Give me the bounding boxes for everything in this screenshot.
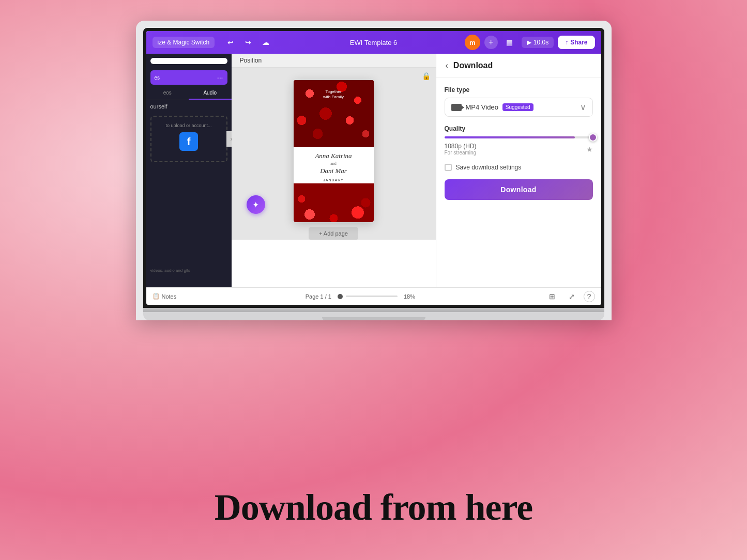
download-panel: ‹ Download File type MP4 Video Suggested	[436, 54, 601, 305]
invite-tagline: Togetherwith Family	[323, 89, 344, 100]
file-type-left: MP4 Video Suggested	[451, 103, 533, 111]
invite-month: JANUARY	[323, 178, 344, 182]
tab-audio[interactable]: Audio	[189, 87, 232, 100]
undo-button[interactable]: ↩	[223, 35, 238, 50]
slider-track	[346, 295, 398, 297]
laptop-base	[143, 312, 604, 320]
video-icon	[451, 104, 462, 111]
status-right: ⊞ ⤢ ?	[544, 289, 595, 304]
canvas-wrapper: 🔒 Togetherwith Family	[294, 80, 374, 240]
back-button[interactable]: ‹	[445, 60, 449, 71]
laptop-hinge	[143, 308, 604, 312]
invite-date: JANUARY	[299, 178, 369, 182]
notes-section[interactable]: 📋 Notes	[153, 293, 177, 300]
play-time: 10.0s	[533, 39, 548, 46]
position-bar: Position	[232, 54, 436, 68]
sidebar-yourself: ourself	[146, 100, 232, 113]
grid-view-button[interactable]: ⊞	[544, 289, 560, 304]
invite-card[interactable]: Togetherwith Family Anna Katrina and Dan…	[294, 80, 374, 222]
file-type-label: File type	[445, 86, 593, 94]
laptop-body: ize & Magic Switch ↩ ↪ ☁ EWI Template 6 …	[136, 21, 612, 320]
invite-roses-bottom	[294, 183, 374, 222]
quality-info-left: 1080p (HD) For streaming	[445, 143, 477, 155]
top-bar: ize & Magic Switch ↩ ↪ ☁ EWI Template 6 …	[146, 31, 601, 54]
cloud-button[interactable]: ☁	[258, 35, 273, 50]
sidebar-btn-dots: ···	[217, 73, 223, 82]
quality-value: 1080p (HD)	[445, 143, 477, 150]
download-button[interactable]: Download	[445, 179, 593, 200]
save-settings: Save download settings	[445, 164, 593, 171]
position-label: Position	[240, 57, 262, 64]
magic-wand-button[interactable]: ✦	[247, 195, 265, 214]
canvas-main-area: Position 🔒	[232, 54, 436, 305]
suggested-badge: Suggested	[502, 103, 533, 111]
sidebar-tabs: eos Audio	[146, 87, 232, 100]
share-button[interactable]: ↑ Share	[558, 36, 594, 49]
play-icon: ▶	[527, 39, 531, 46]
toolbar-icons: ↩ ↪ ☁	[223, 35, 273, 50]
bar-chart-icon: ▦	[506, 38, 513, 46]
left-sidebar: es ··· eos Audio ourself	[146, 54, 232, 305]
sidebar-purple-btn[interactable]: es ···	[150, 70, 227, 85]
status-bar: 📋 Notes Page 1 / 1 18%	[146, 287, 601, 305]
notes-label: Notes	[162, 293, 177, 300]
sidebar-search[interactable]	[150, 58, 227, 64]
file-type-select[interactable]: MP4 Video Suggested ∨	[445, 98, 593, 117]
share-label: Share	[570, 39, 587, 46]
laptop: ize & Magic Switch ↩ ↪ ☁ EWI Template 6 …	[136, 21, 612, 320]
document-title: EWI Template 6	[301, 39, 446, 46]
share-icon: ↑	[565, 39, 568, 46]
tool-label-text: ize & Magic Switch	[158, 39, 210, 46]
add-page-button[interactable]: + Add page	[309, 227, 358, 240]
slider-thumb[interactable]	[589, 133, 597, 142]
sidebar-upload-area[interactable]: to upload or account... f	[150, 116, 227, 162]
canvas-background: 🔒 Togetherwith Family	[232, 68, 436, 240]
play-button[interactable]: ▶ 10.0s	[522, 37, 554, 48]
bottom-text-area: Download from here	[0, 486, 747, 529]
invite-names: Anna Katrina and Dani Mar	[299, 151, 369, 176]
tool-label: ize & Magic Switch	[153, 37, 215, 48]
screen: ize & Magic Switch ↩ ↪ ☁ EWI Template 6 …	[146, 31, 601, 305]
lock-icon: 🔒	[422, 72, 431, 80]
quality-info: 1080p (HD) For streaming ★	[445, 143, 593, 155]
user-avatar[interactable]: m	[465, 35, 480, 50]
page-info: Page 1 / 1	[306, 293, 331, 300]
download-panel-body: File type MP4 Video Suggested ∨ Q	[436, 78, 601, 208]
quality-sublabel: For streaming	[445, 150, 477, 155]
file-type-value: MP4 Video	[466, 103, 498, 111]
screen-bezel: ize & Magic Switch ↩ ↪ ☁ EWI Template 6 …	[143, 28, 604, 308]
save-settings-checkbox[interactable]	[445, 164, 452, 171]
canvas-area: 🔒 Togetherwith Family	[232, 68, 436, 305]
download-heading: Download from here	[0, 486, 747, 529]
slider-fill	[445, 136, 575, 138]
upload-text: to upload or account...	[156, 123, 222, 128]
top-bar-left: ize & Magic Switch ↩ ↪ ☁	[153, 35, 297, 50]
add-collaborator-button[interactable]: +	[484, 36, 498, 49]
download-panel-header: ‹ Download	[436, 54, 601, 78]
top-bar-right: m + ▦ ▶ 10.0s ↑ Share	[450, 35, 595, 50]
redo-button[interactable]: ↪	[240, 35, 256, 50]
sidebar-btn-label: es	[155, 75, 160, 81]
status-center: Page 1 / 1 18%	[182, 293, 538, 300]
tab-videos[interactable]: eos	[146, 87, 189, 100]
slider-track	[445, 136, 593, 138]
slider-thumb	[338, 294, 343, 299]
main-content: es ··· eos Audio ourself	[146, 54, 601, 305]
help-button[interactable]: ?	[584, 291, 595, 302]
page-slider[interactable]	[338, 294, 398, 299]
expand-button[interactable]: ⤢	[564, 289, 580, 304]
zoom-level: 18%	[404, 293, 415, 300]
save-settings-label: Save download settings	[456, 164, 522, 171]
quality-label: Quality	[445, 125, 593, 132]
quality-slider[interactable]	[445, 136, 593, 138]
stats-button[interactable]: ▦	[502, 35, 517, 50]
download-panel-title: Download	[453, 61, 493, 70]
notes-icon: 📋	[153, 293, 160, 300]
quality-section: Quality	[445, 125, 593, 155]
chevron-down-icon: ∨	[580, 102, 586, 112]
sidebar-toggle[interactable]: ›	[226, 131, 232, 147]
facebook-icon[interactable]: f	[179, 132, 198, 151]
invite-roses-top: Togetherwith Family	[294, 80, 374, 147]
star-icon: ★	[586, 145, 593, 153]
